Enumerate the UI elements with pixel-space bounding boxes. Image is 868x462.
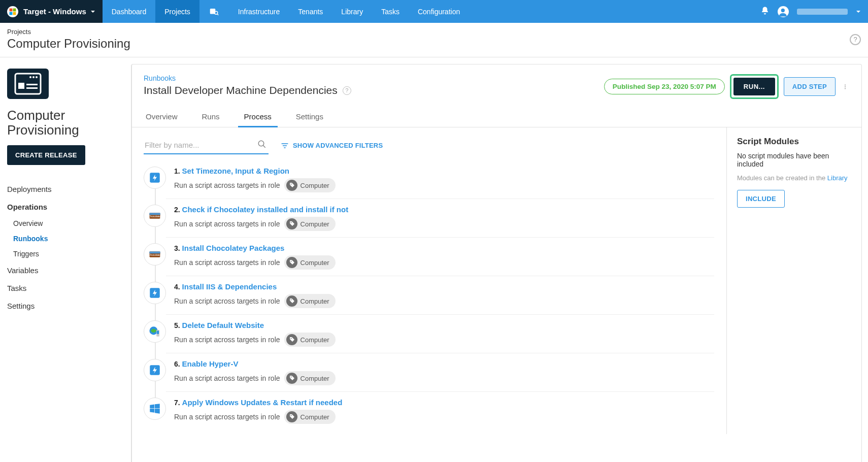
process-step[interactable]: 5. Delete Default Website Run a script a… (144, 314, 714, 353)
role-name: Computer (301, 375, 329, 382)
include-button[interactable]: INCLUDE (737, 190, 785, 208)
svg-point-7 (781, 8, 785, 12)
notifications-icon[interactable] (760, 6, 770, 17)
role-name: Computer (301, 182, 329, 189)
username[interactable] (797, 9, 848, 15)
role-name: Computer (301, 413, 329, 421)
sidebar-item-triggers[interactable]: Triggers (13, 246, 124, 261)
tab-runs[interactable]: Runs (200, 106, 222, 127)
nav-tasks[interactable]: Tasks (372, 0, 409, 23)
process-step[interactable]: 3. Install Chocolatey Packages Run a scr… (144, 237, 714, 276)
step-name[interactable]: Enable Hyper-V (182, 359, 239, 368)
step-list: 1. Set Timezone, Input & Region Run a sc… (144, 160, 714, 430)
role-chip[interactable]: Computer (284, 255, 336, 270)
runbooks-link[interactable]: Runbooks (144, 74, 351, 82)
process-step[interactable]: 6. Enable Hyper-V Run a script across ta… (144, 353, 714, 391)
windows-logo-icon (7, 6, 18, 17)
advanced-filters-label: SHOW ADVANCED FILTERS (293, 142, 383, 149)
tag-icon (286, 180, 297, 191)
create-release-button[interactable]: CREATE RELEASE (7, 145, 85, 165)
user-menu-caret-icon[interactable] (856, 8, 861, 16)
tab-overview[interactable]: Overview (144, 106, 180, 127)
step-icon (144, 243, 166, 266)
sidebar-item-runbooks[interactable]: Runbooks (13, 231, 124, 246)
sidebar-item-operations[interactable]: Operations (7, 198, 124, 216)
sidebar-item-tasks[interactable]: Tasks (7, 279, 124, 297)
step-subtitle: Run a script across targets in role (174, 258, 280, 267)
role-name: Computer (301, 298, 329, 305)
step-name[interactable]: Delete Default Website (182, 321, 264, 329)
step-icon (144, 398, 166, 420)
role-chip[interactable]: Computer (284, 410, 336, 424)
project-name: Computer Provisioning (7, 108, 124, 137)
role-chip[interactable]: Computer (284, 294, 336, 308)
tag-icon (286, 257, 297, 268)
brand-switcher[interactable]: Target - Windows (0, 0, 103, 23)
sidebar-item-deployments[interactable]: Deployments (7, 180, 124, 198)
step-icon (144, 320, 166, 343)
svg-rect-13 (26, 84, 38, 85)
tag-icon (286, 334, 297, 345)
step-name[interactable]: Set Timezone, Input & Region (182, 167, 289, 175)
process-step[interactable]: 2. Check if Chocolatey installed and ins… (144, 199, 714, 237)
svg-rect-3 (13, 12, 16, 15)
nav-infrastructure[interactable]: Infrastructure (229, 0, 289, 23)
svg-rect-12 (18, 83, 24, 89)
svg-rect-14 (26, 87, 38, 89)
nav-tenants[interactable]: Tenants (289, 0, 332, 23)
role-name: Computer (301, 336, 329, 344)
nav-library[interactable]: Library (332, 0, 372, 23)
step-name[interactable]: Install Chocolatey Packages (182, 244, 285, 252)
step-number: 3. (174, 244, 180, 252)
filter-input[interactable] (144, 137, 269, 154)
sidebar-item-overview[interactable]: Overview (13, 216, 124, 231)
breadcrumb[interactable]: Projects (7, 28, 130, 36)
step-subtitle: Run a script across targets in role (174, 413, 280, 421)
role-chip[interactable]: Computer (284, 178, 336, 192)
process-step[interactable]: 1. Set Timezone, Input & Region Run a sc… (144, 160, 714, 199)
role-name: Computer (301, 220, 329, 228)
process-step[interactable]: 4. Install IIS & Dependencies Run a scri… (144, 276, 714, 314)
user-avatar-icon[interactable] (778, 6, 789, 17)
svg-point-10 (36, 76, 38, 78)
role-chip[interactable]: Computer (284, 371, 336, 385)
nav-configuration[interactable]: Configuration (409, 0, 469, 23)
svg-point-17 (845, 88, 846, 89)
published-status: Published Sep 23, 2020 5:07 PM (604, 79, 725, 94)
show-advanced-filters[interactable]: SHOW ADVANCED FILTERS (281, 142, 383, 149)
sidebar-item-variables[interactable]: Variables (7, 261, 124, 279)
tab-process[interactable]: Process (242, 106, 274, 127)
step-number: 6. (174, 360, 180, 368)
step-icon (144, 282, 166, 304)
add-step-button[interactable]: ADD STEP (784, 77, 836, 96)
nav-projects[interactable]: Projects (155, 0, 199, 23)
svg-point-16 (845, 86, 846, 87)
script-modules-none: No script modules have been included (737, 152, 852, 168)
tab-settings[interactable]: Settings (294, 106, 325, 127)
step-name[interactable]: Check if Chocolatey installed and instal… (182, 205, 349, 214)
role-chip[interactable]: Computer (284, 217, 336, 231)
sidebar-item-settings[interactable]: Settings (7, 297, 124, 315)
step-name[interactable]: Install IIS & Dependencies (182, 282, 277, 291)
filter-icon (281, 142, 289, 149)
search-icon[interactable] (257, 140, 266, 150)
process-step[interactable]: 7. Apply Windows Updates & Restart if ne… (144, 391, 714, 430)
step-name[interactable]: Apply Windows Updates & Restart if neede… (182, 398, 343, 407)
nav-search-icon[interactable] (199, 0, 229, 23)
step-icon (144, 205, 166, 227)
library-link[interactable]: Library (827, 174, 848, 182)
script-modules-title: Script Modules (737, 137, 852, 147)
svg-line-6 (217, 14, 218, 15)
svg-point-15 (845, 84, 846, 85)
nav-dashboard[interactable]: Dashboard (103, 0, 156, 23)
step-number: 2. (174, 206, 180, 214)
title-help-icon[interactable]: ? (343, 86, 351, 95)
overflow-menu-icon[interactable] (841, 82, 850, 91)
role-chip[interactable]: Computer (284, 333, 336, 347)
step-subtitle: Run a script across targets in role (174, 297, 280, 305)
main-panel: Runbooks Install Developer Machine Depen… (131, 64, 862, 462)
help-icon[interactable]: ? (850, 34, 861, 45)
page-title: Computer Provisioning (7, 37, 130, 51)
run-button[interactable]: RUN... (733, 78, 775, 95)
tag-icon (286, 373, 297, 384)
